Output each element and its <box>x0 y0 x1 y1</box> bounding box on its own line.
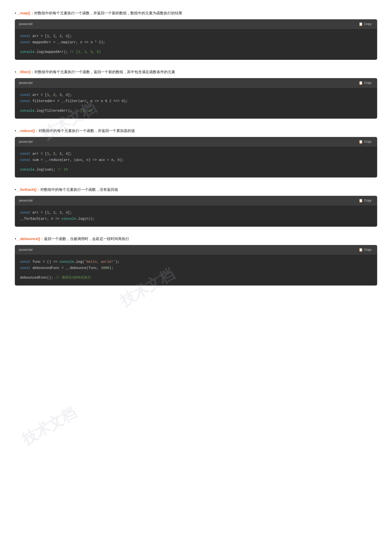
code-body-map: const arr = [1, 2, 3, 4];const mappedArr… <box>15 29 377 60</box>
code-block-foreach: javascript📋Copyconst arr = [1, 2, 3, 4];… <box>15 196 377 227</box>
code-lang-map: javascript <box>19 22 33 26</box>
blank-line-map-2 <box>20 45 372 49</box>
func-name-map: _.map()： <box>17 11 34 15</box>
code-header-filter: javascript📋Copy <box>15 78 377 88</box>
copy-button-filter[interactable]: 📋Copy <box>357 80 373 85</box>
copy-label-filter: Copy <box>364 81 371 85</box>
copy-button-debounce[interactable]: 📋Copy <box>357 247 373 252</box>
copy-button-map[interactable]: 📋Copy <box>357 22 373 26</box>
copy-icon-filter: 📋 <box>359 81 363 85</box>
code-header-debounce: javascript📋Copy <box>15 245 377 254</box>
blank-line-filter-2 <box>20 104 372 108</box>
code-line-map-0: const arr = [1, 2, 3, 4]; <box>20 33 372 39</box>
code-lang-debounce: javascript <box>19 248 33 251</box>
code-line-filter-3: console.log(filteredArr); // [2, 4] <box>20 108 372 114</box>
code-body-debounce: const func = () => console.log('Hello, w… <box>15 254 377 286</box>
code-body-reduce: const arr = [1, 2, 3, 4];const sum = _.r… <box>15 146 377 178</box>
copy-button-foreach[interactable]: 📋Copy <box>357 198 373 203</box>
main-content: • _.map()：对数组中的每个元素执行一个函数，并返回一个新的数组，数组中的… <box>15 10 377 286</box>
code-lang-filter: javascript <box>19 81 33 85</box>
code-line-map-1: const mappedArr = _.map(arr, n => n * 2)… <box>20 39 372 45</box>
copy-icon-map: 📋 <box>359 22 363 26</box>
code-header-foreach: javascript📋Copy <box>15 196 377 205</box>
func-name-debounce: _.debounce()： <box>17 237 44 241</box>
section-reduce: • _.reduce()：对数组中的每个元素执行一个函数，并返回一个累加器的值j… <box>15 128 377 178</box>
copy-label-map: Copy <box>364 22 371 26</box>
copy-label-foreach: Copy <box>364 199 371 202</box>
description-debounce: • _.debounce()：返回一个函数，当被调用时，会延迟一段时间再执行 <box>15 236 377 242</box>
copy-label-reduce: Copy <box>364 140 371 143</box>
code-line-debounce-3: debouncedFunc(); // 调用后1秒钟后执行 <box>20 275 372 281</box>
code-body-foreach: const arr = [1, 2, 3, 4];_.forEach(arr, … <box>15 205 377 226</box>
code-line-reduce-0: const arr = [1, 2, 3, 4]; <box>20 151 372 157</box>
section-filter: • _.filter()：对数组中的每个元素执行一个函数，返回一个新的数组，其中… <box>15 69 377 119</box>
code-block-filter: javascript📋Copyconst arr = [1, 2, 3, 4];… <box>15 78 377 119</box>
copy-icon-reduce: 📋 <box>359 140 363 144</box>
code-lang-reduce: javascript <box>19 140 33 143</box>
code-line-reduce-1: const sum = _.reduce(arr, (acc, n) => ac… <box>20 157 372 163</box>
code-block-debounce: javascript📋Copyconst func = () => consol… <box>15 245 377 286</box>
func-name-foreach: _.forEach()： <box>17 187 40 192</box>
code-body-filter: const arr = [1, 2, 3, 4];const filteredA… <box>15 88 377 119</box>
code-line-foreach-1: _.forEach(arr, n => console.log(n)); <box>20 216 372 222</box>
description-map: • _.map()：对数组中的每个元素执行一个函数，并返回一个新的数组，数组中的… <box>15 10 377 16</box>
code-line-debounce-1: const debouncedFunc = _.debounce(func, 1… <box>20 265 372 271</box>
blank-line-reduce-2 <box>20 163 372 167</box>
code-line-debounce-0: const func = () => console.log('Hello, w… <box>20 259 372 265</box>
code-header-reduce: javascript📋Copy <box>15 137 377 146</box>
copy-icon-foreach: 📋 <box>359 199 363 202</box>
section-map: • _.map()：对数组中的每个元素执行一个函数，并返回一个新的数组，数组中的… <box>15 10 377 60</box>
copy-icon-debounce: 📋 <box>359 248 363 252</box>
description-foreach: • _.forEach()：对数组中的每个元素执行一个函数，没有返回值 <box>15 186 377 193</box>
description-reduce: • _.reduce()：对数组中的每个元素执行一个函数，并返回一个累加器的值 <box>15 128 377 134</box>
code-line-filter-1: const filteredArr = _.filter(arr, n => n… <box>20 98 372 104</box>
code-line-foreach-0: const arr = [1, 2, 3, 4]; <box>20 210 372 216</box>
description-filter: • _.filter()：对数组中的每个元素执行一个函数，返回一个新的数组，其中… <box>15 69 377 75</box>
code-line-reduce-3: console.log(sum); // 10 <box>20 167 372 173</box>
func-name-reduce: _.reduce()： <box>17 129 39 133</box>
code-lang-foreach: javascript <box>19 199 33 202</box>
code-line-filter-0: const arr = [1, 2, 3, 4]; <box>20 92 372 98</box>
code-block-reduce: javascript📋Copyconst arr = [1, 2, 3, 4];… <box>15 137 377 178</box>
section-debounce: • _.debounce()：返回一个函数，当被调用时，会延迟一段时间再执行ja… <box>15 236 377 286</box>
code-header-map: javascript📋Copy <box>15 20 377 29</box>
copy-button-reduce[interactable]: 📋Copy <box>357 139 373 144</box>
code-block-map: javascript📋Copyconst arr = [1, 2, 3, 4];… <box>15 19 377 60</box>
blank-line-debounce-2 <box>20 271 372 275</box>
func-name-filter: _.filter()： <box>17 70 34 74</box>
copy-label-debounce: Copy <box>364 248 371 251</box>
code-line-map-3: console.log(mappedArr); // [2, 4, 6, 8] <box>20 49 372 55</box>
section-foreach: • _.forEach()：对数组中的每个元素执行一个函数，没有返回值javas… <box>15 186 377 227</box>
